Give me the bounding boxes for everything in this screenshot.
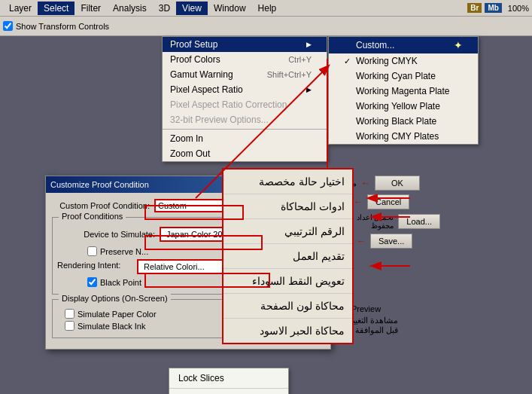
submenu-cmy-plates[interactable]: Working CMY Plates [329, 129, 478, 144]
arabic-item-7[interactable]: محاكاة الحبر الاسود [223, 319, 352, 343]
simulate-paper-checkbox[interactable] [65, 309, 74, 319]
menu-view[interactable]: View [176, 2, 208, 15]
menu-select[interactable]: Select [38, 2, 74, 15]
toolbar: Show Transform Controls [0, 17, 532, 36]
proof-conditions-label: Proof Conditions [59, 212, 126, 221]
menu-help[interactable]: Help [252, 2, 283, 15]
zoom-display: 100% [508, 4, 529, 13]
show-transform-checkbox[interactable] [3, 21, 13, 31]
cancel-arrow: ← [354, 197, 363, 207]
save-button[interactable]: Save... [370, 234, 412, 249]
submenu-custom[interactable]: Custom... ✦ [329, 37, 478, 53]
custom-proof-label: Custom Proof Condition: [52, 201, 150, 210]
arabic-item-1[interactable]: اختيار حالة مخصصة [223, 170, 352, 194]
dropdown-pixel-aspect[interactable]: Pixel Aspect Ratio [163, 82, 327, 97]
submenu-magenta-plate[interactable]: Working Magenta Plate [329, 84, 478, 99]
view-dropdown: Proof Setup Proof Colors Ctrl+Y Gamut Wa… [162, 36, 327, 162]
menu-filter[interactable]: Filter [74, 2, 107, 15]
simulate-ink-label: Simulate Black Ink [78, 322, 145, 331]
submenu-working-cmyk[interactable]: ✓ Working CMYK [329, 53, 478, 69]
mb-icon: Mb [485, 3, 501, 13]
display-options-label: Display Options (On-Screen) [59, 294, 171, 303]
rendering-intent-label: Rendering Intent: [57, 261, 132, 270]
save-arrow: ← [357, 236, 366, 246]
arabic-item-5[interactable]: تعويض النقط السوداء [223, 269, 352, 294]
ok-button[interactable]: OK [375, 176, 420, 191]
cancel-button[interactable]: Cancel [367, 194, 409, 209]
arabic-item-3[interactable]: الرقم الترتيبي [223, 219, 352, 244]
menu-3d[interactable]: 3D [153, 2, 176, 15]
menu-window[interactable]: Window [208, 2, 252, 15]
dropdown-proof-colors[interactable]: Proof Colors Ctrl+Y [163, 52, 327, 67]
simulate-paper-label: Simulate Paper Color [78, 310, 157, 319]
arabic-item-2[interactable]: ادوات المحاكاة [223, 194, 352, 219]
dropdown-pixel-correction: Pixel Aspect Ratio Correction [163, 97, 327, 112]
dropdown-32bit: 32-bit Preview Options... [163, 112, 327, 127]
black-point-checkbox[interactable] [87, 277, 97, 287]
load-button[interactable]: Load... [398, 214, 440, 229]
dropdown-proof-setup[interactable]: Proof Setup [163, 37, 327, 52]
preserve-checkbox[interactable] [87, 246, 97, 256]
arabic-item-4[interactable]: تقديم العمل [223, 244, 352, 269]
dropdown-zoom-in[interactable]: Zoom In [163, 131, 327, 146]
br-icon: Br [467, 3, 482, 13]
clear-slices-item[interactable]: Clear Slices [169, 389, 288, 394]
ok-arrow: ← [361, 178, 370, 188]
submenu-yellow-plate[interactable]: Working Yellow Plate [329, 99, 478, 114]
show-transform-label: Show Transform Controls [16, 22, 109, 31]
arabic-menu: اختيار حالة مخصصة ادوات المحاكاة الرقم ا… [222, 168, 354, 344]
black-point-label: Black Point [100, 278, 141, 287]
device-simulate-label: Device to Simulate: [57, 230, 155, 239]
dropdown-sep1 [163, 129, 327, 130]
context-menu: Lock Slices Clear Slices [169, 368, 289, 394]
proof-submenu: Custom... ✦ ✓ Working CMYK Working Cyan … [328, 36, 479, 145]
preserve-label: Preserve N... [100, 247, 148, 256]
preview-label: Preview [351, 304, 381, 313]
canvas-area: Proof Setup Proof Colors Ctrl+Y Gamut Wa… [0, 36, 532, 394]
submenu-black-plate[interactable]: Working Black Plate [329, 114, 478, 129]
menu-bar: Layer Select Filter Analysis 3D View Win… [0, 0, 532, 17]
arabic-item-6[interactable]: محاكاة لون الصفحة [223, 294, 352, 319]
menu-layer[interactable]: Layer [3, 2, 38, 15]
dropdown-zoom-out[interactable]: Zoom Out [163, 146, 327, 161]
simulate-ink-checkbox[interactable] [65, 321, 74, 331]
menu-analysis[interactable]: Analysis [107, 2, 153, 15]
dropdown-gamut-warning[interactable]: Gamut Warning Shift+Ctrl+Y [163, 67, 327, 82]
lock-slices-item[interactable]: Lock Slices [169, 368, 288, 388]
submenu-cyan-plate[interactable]: Working Cyan Plate [329, 69, 478, 84]
dialog-title: Customize Proof Condition [50, 180, 149, 189]
